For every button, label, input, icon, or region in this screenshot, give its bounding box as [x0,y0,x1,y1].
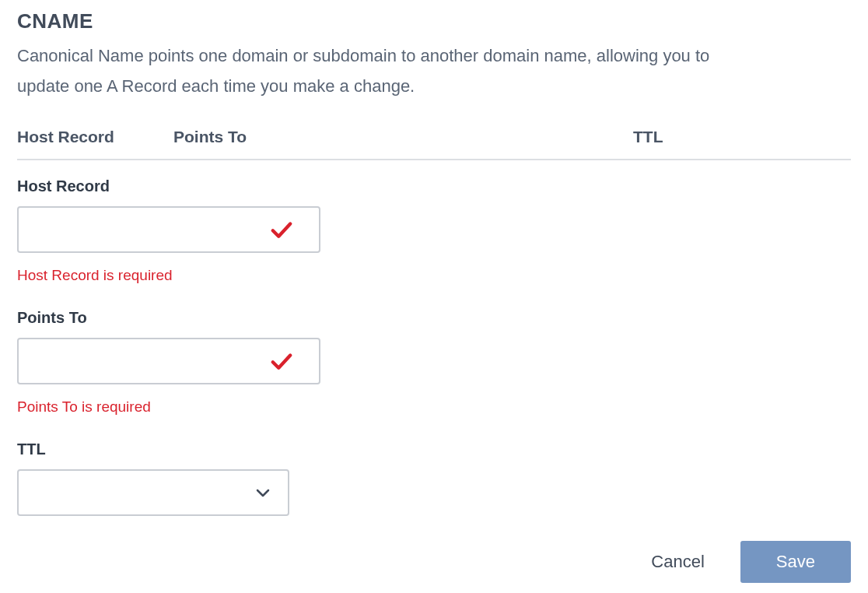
chevron-down-icon [252,482,274,504]
save-button[interactable]: Save [740,541,851,583]
field-host-record: Host Record Host Record is required [17,177,851,284]
points-to-label: Points To [17,309,851,327]
points-to-input-wrap [17,338,320,384]
page-title: CNAME [17,9,851,33]
host-record-error: Host Record is required [17,267,851,284]
column-header-points-to: Points To [173,128,633,146]
host-record-input[interactable] [17,206,320,253]
column-header-host-record: Host Record [17,128,173,146]
page-description: Canonical Name points one domain or subd… [17,41,717,101]
host-record-label: Host Record [17,177,851,195]
points-to-input[interactable] [17,338,320,384]
points-to-error: Points To is required [17,398,851,416]
cname-form: CNAME Canonical Name points one domain o… [17,9,851,583]
field-ttl: TTL [17,440,851,516]
cancel-button[interactable]: Cancel [648,547,707,577]
column-header-ttl: TTL [633,128,851,146]
form-footer: Cancel Save [17,541,851,583]
divider [17,159,851,160]
table-header-row: Host Record Points To TTL [17,128,851,146]
field-points-to: Points To Points To is required [17,309,851,416]
ttl-label: TTL [17,440,851,458]
ttl-select[interactable] [17,469,289,516]
host-record-input-wrap [17,206,320,253]
